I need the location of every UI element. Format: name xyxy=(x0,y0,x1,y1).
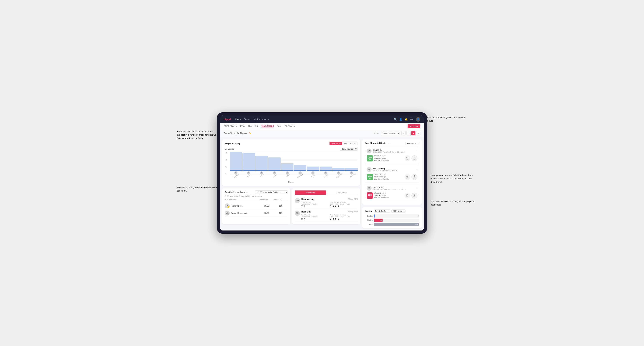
x-axis-label: Players xyxy=(288,181,294,183)
bar-group-6: 3BR. Butler xyxy=(306,152,319,176)
scoring-row-birdies: Birdies 96 xyxy=(365,219,419,222)
pars-value: 499 xyxy=(416,223,418,225)
y-label-10: 10 xyxy=(226,159,227,161)
chart-filter-select[interactable]: Total Rounds GIR Putts xyxy=(340,147,358,151)
nav-link-performance[interactable]: My Performance xyxy=(254,118,269,121)
all-shots-tab[interactable]: All Shots xyxy=(377,142,386,144)
favorite-view-button[interactable]: ♥ xyxy=(411,131,416,135)
bar-avatar-8: C xyxy=(337,172,340,174)
scoring-players-select[interactable]: All Players xyxy=(392,209,406,213)
putt-label-1: PUTT xyxy=(346,203,350,205)
activity-info-2: Rees Britt 02 Sep 2023 Total Rounds Tour… xyxy=(301,211,358,220)
y-label-15: 15 xyxy=(226,152,227,154)
arg-label-1: ARG xyxy=(340,203,344,205)
table-header: Player Name PB Score PB Avg SQ xyxy=(225,199,288,201)
eagles-value: 3 xyxy=(418,215,418,217)
birdies-bar-fill: 96 xyxy=(374,219,382,222)
table-row: RB 1 Richard Butler 19/20 110 xyxy=(225,202,288,209)
shot-details-3: 198SG Shot Dist: 16 ydsStart Lie: RoughE… xyxy=(366,192,418,199)
circle-plus-icon[interactable]: ⊕▾ xyxy=(410,118,413,121)
shot-item-1[interactable]: MM Matt Miller 09 Jun 2023 · Royal North… xyxy=(365,147,419,164)
annotation-left-top: You can select which player is doing the… xyxy=(177,130,217,140)
y-label-0: 0 xyxy=(226,173,227,175)
col-pb-avg: PB Avg SQ xyxy=(274,199,288,200)
player-name-2: Edward Crossman xyxy=(231,212,247,214)
leaderboard-filter-select[interactable]: PUTT Must Make Putting ... xyxy=(255,190,288,194)
grid-view-button[interactable]: ⊞ xyxy=(402,131,406,135)
shot-info-2: Blair McHarg 23 Jul 2023 · Aldridge GC, … xyxy=(373,168,415,172)
all-players-wrapper: All Players xyxy=(405,142,419,145)
tab-pga[interactable]: PGA xyxy=(240,125,245,128)
bar-avatar-7: M xyxy=(324,172,328,174)
pars-bar-fill: 499 xyxy=(374,223,419,226)
search-icon[interactable]: 🔍 xyxy=(394,118,397,121)
chart-filter-wrapper: Total Rounds GIR Putts xyxy=(340,147,358,151)
scoring-header: Scoring Par 3, 4 & 5s All Players xyxy=(365,209,419,213)
shot-chevron-3: › xyxy=(417,187,418,189)
bar-avatar-9: R xyxy=(350,172,353,174)
most-active-tab[interactable]: Most Active xyxy=(295,190,326,195)
users-icon[interactable]: 👤 xyxy=(399,118,402,121)
bar-rect-0 xyxy=(230,152,242,171)
practice-drills-toggle[interactable]: Practice Drills xyxy=(342,142,358,145)
activity-date-2: 02 Sep 2023 xyxy=(348,211,358,213)
edit-icon[interactable]: ✏️ xyxy=(249,132,251,135)
shot-player-name-1: Matt Miller xyxy=(373,149,415,151)
player-avatar-2: EC 2 xyxy=(225,211,230,215)
bars-container: 13MB. McHarg12BR. Britt10FD. Ford9CJ. Co… xyxy=(230,152,358,176)
bell-icon[interactable]: 🔔 xyxy=(404,118,408,121)
y-axis: 15 10 5 0 xyxy=(225,152,228,175)
show-select[interactable]: Last 3 months Last 6 months Last year xyxy=(381,132,400,135)
tab-team-clippd[interactable]: Team Clippd xyxy=(261,125,274,128)
list-view-button[interactable]: ⊟ xyxy=(406,131,410,135)
tournament-label-1: Tournament xyxy=(301,203,310,205)
tablet-inner: clippd Home Teams My Performance 🔍 👤 🔔 ⊕… xyxy=(220,116,424,231)
detail-view-button[interactable]: ≡ xyxy=(416,131,420,135)
nav-link-teams[interactable]: Teams xyxy=(244,118,250,121)
all-players-select[interactable]: All Players xyxy=(405,142,419,145)
shot-yds-group-1: 67yds 0yds xyxy=(404,155,418,161)
par-filter-wrapper: Par 3, 4 & 5s xyxy=(374,209,390,213)
activity-avatar-1: BM xyxy=(295,198,300,203)
par-filter-select[interactable]: Par 3, 4 & 5s xyxy=(374,209,390,213)
shot-avatar-1: MM xyxy=(366,149,372,154)
shot-player-row-2: BM Blair McHarg 23 Jul 2023 · Aldridge G… xyxy=(366,167,418,172)
add-team-button[interactable]: Add Team xyxy=(408,124,420,128)
tab-tour[interactable]: Tour xyxy=(277,125,281,128)
shot-score-badge-2: 200SG xyxy=(366,174,373,180)
player-cell-1: RB 1 Richard Butler xyxy=(225,203,260,208)
bar-highlight-1 xyxy=(242,170,255,171)
avatar[interactable]: 👤 xyxy=(416,117,420,122)
annotation-left-bottom: Filter what data you wish the table to b… xyxy=(177,186,217,192)
tournament-label-2: Tournament xyxy=(301,216,310,218)
players-shots-tab[interactable]: ▾ xyxy=(388,142,390,144)
activity-stats-1: Total Rounds Tournament Practice 7 xyxy=(301,201,358,208)
bar-highlight-5 xyxy=(294,170,306,171)
bar-group-8: 2CE. Crossman xyxy=(332,152,345,176)
shot-chevron-1: › xyxy=(417,150,418,152)
score-avg-2: 107 xyxy=(274,212,288,214)
tab-pgat-players[interactable]: PGAT Players xyxy=(224,125,237,128)
bar-highlight-2 xyxy=(255,170,268,171)
y-label-5: 5 xyxy=(226,166,227,168)
shot-player-meta-2: 23 Jul 2023 · Aldridge GC, Hole 15 xyxy=(373,170,415,172)
least-active-tab[interactable]: Least Active xyxy=(326,190,358,195)
shot-yds-val-2: 43yds xyxy=(404,174,410,180)
bar-group-1: 12BR. Britt xyxy=(242,152,255,176)
shot-desc-3: Shot Dist: 16 ydsStart Lie: RoughEnd Lie… xyxy=(374,192,403,199)
on-course-toggle[interactable]: On Course xyxy=(330,142,342,145)
sub-nav: PGAT Players PGA Hcaps 1-5 Team Clippd T… xyxy=(220,123,424,130)
activity-name-1: Blair McHarg xyxy=(301,198,314,200)
team-header-right: Show: Last 3 months Last 6 months Last y… xyxy=(374,131,420,135)
shot-item-2[interactable]: BM Blair McHarg 23 Jul 2023 · Aldridge G… xyxy=(365,165,419,182)
nav-link-home[interactable]: Home xyxy=(235,118,240,121)
practice-group-1: Total Practice Activities GTT APP ARG PU… xyxy=(330,201,358,208)
total-rounds-label-2: Total Rounds xyxy=(301,214,329,216)
team-header: Team Clippd | 14 Players ✏️ Show: Last 3… xyxy=(220,130,424,137)
tab-all-players[interactable]: All Players xyxy=(285,125,295,128)
shot-item-3[interactable]: DF David Ford 24 Aug 2023 · Royal North … xyxy=(365,184,419,201)
bar-avatar-3: C xyxy=(273,172,276,174)
bar-group-3: 9CJ. Coles xyxy=(268,152,280,176)
tab-hcaps[interactable]: Hcaps 1-5 xyxy=(248,125,258,128)
shot-details-1: 200SG Shot Dist: 67 ydsStart Lie: RoughE… xyxy=(366,155,418,162)
